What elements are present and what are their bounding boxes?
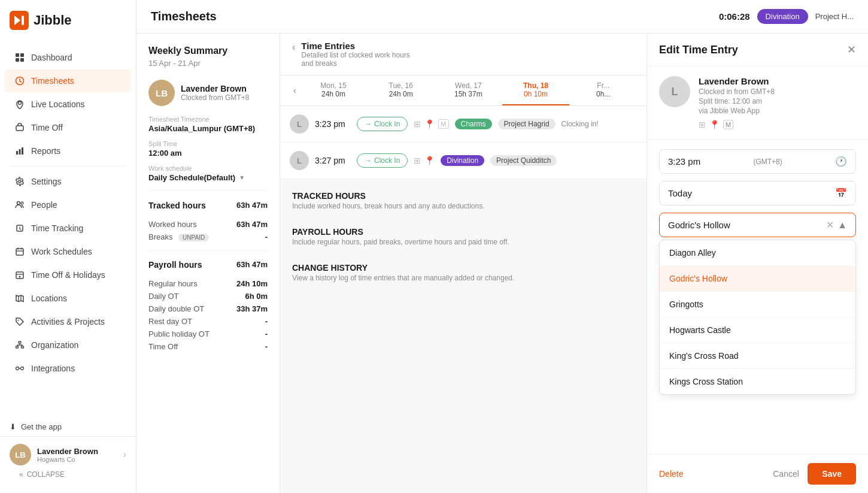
time-field[interactable]: 3:23 pm (GMT+8) 🕐 bbox=[659, 149, 856, 174]
cancel-button[interactable]: Cancel bbox=[773, 469, 799, 479]
location-option-kings-cross-station[interactable]: Kings Cross Station bbox=[660, 369, 855, 394]
sidebar-item-label: Locations bbox=[31, 294, 67, 303]
save-button[interactable]: Save bbox=[808, 463, 856, 485]
sidebar-item-time-tracking[interactable]: Time Tracking bbox=[5, 217, 131, 240]
date-nav: ‹ Mon, 15 24h 0m Tue, 16 24h 0m Wed, 17 … bbox=[280, 75, 647, 106]
svg-rect-4 bbox=[20, 53, 24, 57]
work-schedule-chevron[interactable]: ▼ bbox=[239, 174, 245, 181]
tag-icon bbox=[14, 316, 25, 327]
svg-rect-9 bbox=[16, 126, 23, 131]
split-time-section: Split Time 12:00 am bbox=[148, 140, 268, 158]
worked-hours-label: Worked hours bbox=[148, 220, 197, 229]
sidebar-item-label: Work Schedules bbox=[31, 247, 92, 256]
back-arrow[interactable]: ‹ bbox=[292, 42, 295, 53]
regular-hours-value: 24h 10m bbox=[236, 279, 268, 288]
date-tab-wed[interactable]: Wed, 17 15h 37m bbox=[435, 75, 502, 105]
location-input-value: Godric's Hollow bbox=[668, 220, 826, 230]
sidebar-item-reports[interactable]: Reports bbox=[5, 140, 131, 162]
location-icon[interactable]: 📍 bbox=[424, 156, 435, 165]
activity-tag[interactable]: Charms bbox=[455, 119, 492, 129]
active-project-label[interactable]: Project H... bbox=[815, 12, 854, 21]
date-tab-mon[interactable]: Mon, 15 24h 0m bbox=[300, 75, 368, 105]
active-activity-badge[interactable]: Divination bbox=[757, 9, 808, 24]
sidebar-item-live-locations[interactable]: Live Locations bbox=[5, 93, 131, 116]
logo[interactable]: Jibble bbox=[0, 0, 136, 41]
location-option-gringotts[interactable]: Gringotts bbox=[660, 292, 855, 317]
sidebar-item-time-off-holidays[interactable]: Time Off & Holidays bbox=[5, 264, 131, 286]
sidebar-item-activities-projects[interactable]: Activities & Projects bbox=[5, 310, 131, 333]
work-schedule-label: Work schedule bbox=[148, 165, 268, 172]
svg-rect-2 bbox=[22, 16, 24, 25]
sidebar-user[interactable]: LB Lavender Brown Hogwarts Co › bbox=[10, 444, 126, 465]
payroll-hours-value: 63h 47m bbox=[236, 260, 268, 276]
sidebar-item-work-schedules[interactable]: Work Schedules bbox=[5, 240, 131, 263]
get-app[interactable]: ⬇ Get the app bbox=[0, 418, 136, 436]
sidebar-item-integrations[interactable]: Integrations bbox=[5, 357, 131, 380]
sidebar-item-label: People bbox=[31, 200, 57, 210]
clock-in-note: Clocking in! bbox=[562, 120, 599, 128]
location-pin-icon[interactable]: 📍 bbox=[709, 120, 720, 129]
sidebar-item-people[interactable]: People bbox=[5, 193, 131, 216]
briefcase-icon bbox=[14, 122, 25, 133]
close-button[interactable]: ✕ bbox=[847, 43, 856, 56]
prev-date-arrow[interactable]: ‹ bbox=[290, 80, 300, 101]
sidebar-item-locations[interactable]: Locations bbox=[5, 287, 131, 310]
user-avatar: LB bbox=[148, 80, 175, 106]
sidebar-item-label: Timesheets bbox=[31, 76, 74, 86]
map-icon bbox=[14, 293, 25, 304]
main-content: Timesheets 0:06:28 Divination Project H.… bbox=[136, 0, 868, 493]
tracked-hours-section: TRACKED HOURS Include worked hours, brea… bbox=[280, 179, 647, 215]
sidebar-item-label: Time Off & Holidays bbox=[31, 270, 105, 280]
content-area: Weekly Summary 15 Apr - 21 Apr LB Lavend… bbox=[136, 34, 868, 493]
org-icon bbox=[14, 340, 25, 350]
date-field[interactable]: Today 📅 bbox=[659, 181, 856, 205]
activity-tag[interactable]: Divination bbox=[441, 155, 484, 166]
breaks-row: Breaks UNPAID - bbox=[148, 232, 268, 241]
memo-icon[interactable]: M bbox=[438, 119, 448, 129]
copy-icon[interactable]: ⊞ bbox=[414, 119, 421, 129]
regular-hours-row: Regular hours 24h 10m bbox=[148, 279, 268, 288]
project-tag[interactable]: Project Quidditch bbox=[490, 155, 557, 166]
sidebar-item-organization[interactable]: Organization bbox=[5, 334, 131, 356]
bar-chart-icon bbox=[14, 146, 25, 156]
sidebar-item-timesheets[interactable]: Timesheets bbox=[5, 69, 131, 92]
date-tab-tue[interactable]: Tue, 16 24h 0m bbox=[367, 75, 435, 105]
weekly-summary-title: Weekly Summary bbox=[148, 46, 268, 56]
location-field[interactable]: Godric's Hollow ✕ ▲ bbox=[659, 213, 856, 237]
chevron-right-icon: › bbox=[123, 449, 126, 460]
calendar-icon: 📅 bbox=[835, 187, 847, 199]
location-clear-button[interactable]: ✕ bbox=[826, 219, 834, 231]
regular-hours-label: Regular hours bbox=[148, 279, 198, 288]
edit-avatar: L bbox=[659, 76, 690, 107]
location-option-diagon-alley[interactable]: Diagon Alley bbox=[660, 240, 855, 266]
sidebar-item-settings[interactable]: Settings bbox=[5, 170, 131, 193]
sidebar-item-time-off[interactable]: Time Off bbox=[5, 116, 131, 139]
memo-icon[interactable]: M bbox=[723, 120, 733, 129]
time-tracking-icon bbox=[14, 223, 25, 234]
time-entry-row: L 3:23 pm → Clock In ⊞ 📍 M Charms Projec… bbox=[280, 106, 647, 143]
location-icon[interactable]: 📍 bbox=[424, 119, 435, 129]
sidebar-item-label: Organization bbox=[31, 340, 78, 350]
sidebar-item-dashboard[interactable]: Dashboard bbox=[5, 46, 131, 69]
project-tag[interactable]: Project Hagrid bbox=[498, 119, 556, 129]
svg-rect-10 bbox=[16, 151, 18, 155]
clock-in-button[interactable]: → Clock In bbox=[357, 117, 408, 131]
location-option-godrics-hollow[interactable]: Godric's Hollow bbox=[660, 266, 855, 292]
timesheet-timezone-section: Timesheet Timezone Asia/Kuala_Lumpur (GM… bbox=[148, 116, 268, 133]
download-icon: ⬇ bbox=[10, 422, 16, 431]
copy-icon[interactable]: ⊞ bbox=[699, 120, 706, 129]
collapse-button[interactable]: « COLLAPSE bbox=[10, 465, 126, 483]
sidebar-item-label: Integrations bbox=[31, 364, 75, 373]
location-option-kings-cross-road[interactable]: King's Cross Road bbox=[660, 343, 855, 369]
breaks-value: - bbox=[265, 232, 268, 241]
rest-day-ot-value: - bbox=[265, 317, 268, 326]
location-option-hogwarts-castle[interactable]: Hogwarts Castle bbox=[660, 317, 855, 343]
clock-in-button[interactable]: → Clock In bbox=[357, 153, 408, 168]
date-tab-thu[interactable]: Thu, 18 0h 10m bbox=[502, 75, 570, 105]
delete-button[interactable]: Delete bbox=[659, 469, 683, 479]
topbar: Timesheets 0:06:28 Divination Project H.… bbox=[136, 0, 868, 34]
worked-hours-row: Worked hours 63h 47m bbox=[148, 220, 268, 229]
copy-icon[interactable]: ⊞ bbox=[414, 156, 421, 165]
date-tab-fri[interactable]: Fr... 0h... bbox=[569, 75, 637, 105]
payroll-hours-section-sub: Include regular hours, paid breaks, over… bbox=[292, 238, 635, 246]
